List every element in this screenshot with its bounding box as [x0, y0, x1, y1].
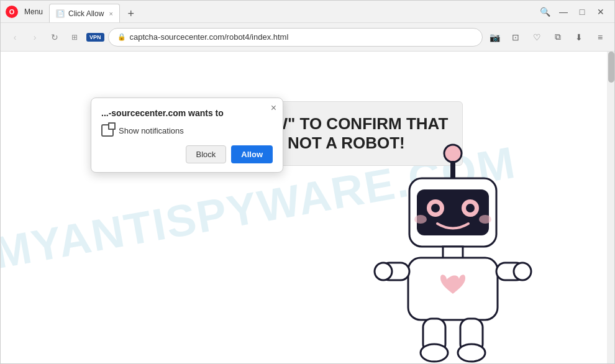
favorites-icon[interactable]: ♡	[529, 29, 545, 45]
browser-menu-icon[interactable]: ≡	[592, 29, 608, 45]
tab-title: Click Allow	[68, 9, 104, 18]
download-icon[interactable]: ⬇	[571, 29, 587, 45]
address-bar-actions: 📷 ⊡ ♡ ⧉ ⬇ ≡	[486, 29, 608, 45]
refresh-button[interactable]: ↻	[47, 29, 63, 45]
svg-point-15	[514, 263, 531, 280]
address-input[interactable]: 🔒 captcha-sourcecenter.com/robot4/index.…	[108, 28, 483, 47]
active-tab[interactable]: 📄 Click Allow ×	[49, 4, 120, 22]
close-tab-button[interactable]: ×	[109, 10, 112, 17]
svg-point-0	[444, 145, 462, 162]
close-window-button[interactable]: ✕	[592, 3, 609, 20]
svg-point-14	[375, 263, 392, 280]
page-content: MYANTISPYWARE.COM CLICK "ALLOW" TO CONFI…	[1, 52, 614, 363]
forward-button[interactable]: ›	[27, 29, 43, 45]
popup-permission-row: Show notifications	[101, 124, 273, 137]
url-text: captcha-sourcecenter.com/robot4/index.ht…	[130, 32, 289, 42]
popup-close-button[interactable]: ×	[271, 103, 276, 113]
grid-button[interactable]: ⊞	[66, 29, 83, 45]
extensions-icon[interactable]: ⊡	[508, 29, 524, 45]
menu-button[interactable]: Menu	[20, 6, 47, 17]
tab-favicon: 📄	[56, 9, 65, 18]
minimize-button[interactable]: —	[555, 3, 572, 20]
camera-icon[interactable]: 📷	[486, 29, 503, 45]
maximize-button[interactable]: □	[573, 3, 591, 20]
address-bar: ‹ › ↻ ⊞ VPN 🔒 captcha-sourcecenter.com/r…	[1, 23, 614, 52]
lock-icon: 🔒	[117, 33, 126, 41]
scrollbar[interactable]	[607, 52, 614, 363]
search-toolbar-icon[interactable]: 🔍	[536, 3, 554, 20]
scrollbar-thumb[interactable]	[608, 52, 614, 83]
title-bar: O Menu 📄 Click Allow × + 🔍 — □ ✕	[1, 1, 614, 23]
back-button[interactable]: ‹	[7, 29, 23, 45]
window-controls: 🔍 — □ ✕	[536, 3, 609, 20]
popup-actions: Block Allow	[101, 145, 273, 163]
svg-point-9	[479, 215, 491, 224]
robot-illustration	[366, 127, 540, 363]
svg-point-6	[431, 204, 440, 212]
allow-button[interactable]: Allow	[231, 145, 273, 163]
browser-window: O Menu 📄 Click Allow × + 🔍 — □ ✕ ‹ › ↻ ⊞…	[0, 0, 615, 364]
svg-rect-1	[450, 161, 455, 180]
notification-popup: × ...-sourcecenter.com wants to Show not…	[91, 98, 283, 173]
notification-permission-icon	[101, 124, 114, 137]
share-icon[interactable]: ⧉	[550, 29, 566, 45]
svg-point-7	[466, 204, 475, 212]
svg-point-18	[421, 344, 448, 362]
new-tab-button[interactable]: +	[122, 5, 140, 22]
block-button[interactable]: Block	[186, 145, 227, 163]
tabs-area: 📄 Click Allow × +	[49, 1, 140, 22]
popup-title: ...-sourcecenter.com wants to	[101, 108, 273, 118]
svg-point-19	[458, 344, 485, 362]
opera-logo[interactable]: O	[6, 6, 18, 18]
svg-point-8	[414, 215, 427, 224]
vpn-badge[interactable]: VPN	[86, 33, 104, 42]
permission-label: Show notifications	[119, 126, 184, 135]
